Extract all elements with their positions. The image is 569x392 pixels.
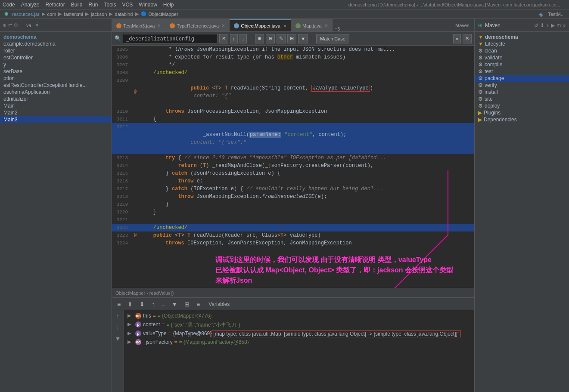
maven-site[interactable]: ⚙ site	[475, 96, 569, 102]
bottom-btn-up2[interactable]: ↑	[150, 300, 156, 309]
breadcrumb-jackson[interactable]: jackson	[91, 12, 107, 17]
tree-item-11[interactable]: Main2	[0, 109, 112, 116]
maven-m-btn[interactable]: m	[557, 22, 561, 28]
maven-package[interactable]: ⚙ package	[475, 75, 569, 82]
tree-item-1[interactable]: roller	[0, 47, 112, 54]
tree-item-12[interactable]: Main3	[0, 116, 112, 123]
tab-close-testmain3[interactable]: ✕	[157, 23, 161, 28]
tab-objectmapper[interactable]: ObjectMapper.java ✕	[230, 19, 291, 31]
maven-deploy[interactable]: ⚙ deploy	[475, 102, 569, 109]
bottom-btn-filter[interactable]: ▼	[170, 300, 179, 309]
breadcrumb-com[interactable]: com	[47, 12, 56, 17]
breadcrumb-objectmapper[interactable]: ObjectMapper	[149, 12, 178, 17]
maven-extra-btn[interactable]: »	[563, 22, 566, 28]
debug-down-btn[interactable]: ↓	[115, 323, 120, 332]
search-close-btn[interactable]: »	[453, 34, 461, 43]
var-expand-valuetype[interactable]: ▶	[127, 330, 134, 336]
search-filter-btn[interactable]: ▼	[298, 34, 308, 43]
tree-item-6[interactable]: estRestControllerExceptionHandle...	[0, 82, 112, 89]
var-expand-content[interactable]: ▶	[127, 321, 134, 327]
menu-analyze[interactable]: Analyze	[21, 2, 40, 8]
code-editor[interactable]: 3205 * throws JsonMappingException if th…	[112, 46, 474, 288]
left-top-close[interactable]: ✕	[35, 22, 39, 28]
tree-item-8[interactable]: oschemaApplication	[0, 89, 112, 96]
bottom-btn-up1[interactable]: ⬆	[126, 300, 134, 309]
tab-extra[interactable]: ≡6	[333, 27, 342, 31]
search-btn2[interactable]: ⊖	[266, 34, 275, 43]
tab-close-typereference[interactable]: ✕	[221, 23, 225, 28]
maven-download-btn[interactable]: ⬇	[540, 22, 544, 28]
line-marker-3218	[131, 193, 139, 201]
menu-run[interactable]: Run	[88, 2, 98, 8]
tab-close-objectmapper[interactable]: ✕	[283, 24, 286, 28]
tree-item-4[interactable]: serBase	[0, 68, 112, 75]
code-line-3217: 3217 } catch (IOException e) { // should…	[112, 185, 474, 193]
match-case-btn[interactable]: Match Case	[316, 34, 349, 43]
bottom-btn-list[interactable]: ≡	[195, 300, 202, 309]
debug-filter-btn[interactable]: ▼	[114, 334, 122, 343]
tab-icon-map	[295, 23, 301, 28]
line-num-3215: 3215	[112, 170, 131, 177]
bottom-panel: ≡ ⬆ ⬇ ↑ ↓ ▼ ⊞ ≡ Variables ↑ ↓ ▼	[112, 297, 474, 392]
menu-tools[interactable]: Tools	[104, 2, 116, 8]
maven-play-btn[interactable]: ▶	[551, 22, 555, 28]
maven-site-label: site	[485, 96, 493, 102]
line-marker-3216	[131, 177, 139, 185]
menu-build[interactable]: Build	[71, 2, 83, 8]
breadcrumb-databind[interactable]: databind	[115, 12, 133, 17]
maven-refresh-btn[interactable]: ↺	[534, 22, 538, 28]
maven-test[interactable]: ⚙ test	[475, 68, 569, 75]
tree-item-project[interactable]: demoschema	[0, 34, 112, 40]
center-panel: TestMain3.java ✕ TypeReference.java ✕ Ob…	[112, 19, 474, 392]
tab-map[interactable]: Map.java ✕	[291, 19, 333, 31]
search-btn1[interactable]: ⊕	[255, 34, 264, 43]
tab-typereference[interactable]: TypeReference.java ✕	[165, 19, 230, 31]
var-expand-this[interactable]: ▶	[127, 313, 134, 318]
bottom-btn-down2[interactable]: ↓	[160, 300, 166, 309]
search-prev-btn[interactable]: ↑	[230, 34, 238, 43]
search-clear-btn[interactable]: ✕	[219, 34, 228, 43]
maven-verify[interactable]: ⚙ verify	[475, 82, 569, 89]
debug-up-btn[interactable]: ↑	[115, 312, 120, 321]
tree-item-9[interactable]: etInitializer	[0, 96, 112, 102]
tree-item-0[interactable]: example.demoschema	[0, 40, 112, 47]
search-btn4[interactable]: ⊞	[287, 34, 296, 43]
bottom-btn-table[interactable]: ⊞	[183, 300, 191, 309]
bottom-btn-down1[interactable]: ⬇	[138, 300, 146, 309]
annotation-line1: 调试到这里的时候，我们可以发现 由于没有清晰说明 类型，valueType	[215, 255, 453, 265]
sep1: ▶	[42, 11, 45, 17]
menu-refactor[interactable]: Refactor	[45, 2, 65, 8]
maven-compile[interactable]: ⚙ compile	[475, 61, 569, 68]
maven-plugins[interactable]: ▶ Plugins	[475, 109, 569, 116]
maven-root[interactable]: ▼ demoschema	[475, 34, 569, 40]
maven-add-btn[interactable]: +	[546, 22, 549, 28]
var-expand-jsonfactory[interactable]: ▶	[127, 339, 134, 345]
maven-install[interactable]: ⚙ install	[475, 89, 569, 96]
tab-maven[interactable]: Maven	[451, 19, 474, 31]
var-eq-this: =	[153, 313, 156, 319]
menu-window[interactable]: Window	[139, 2, 157, 8]
search-extra-btn[interactable]: ✕	[463, 34, 472, 43]
maven-dependencies[interactable]: ▶ Dependencies	[475, 116, 569, 123]
line-content-3219: }	[139, 201, 474, 208]
tab-close-map[interactable]: ✕	[324, 23, 328, 28]
menu-help[interactable]: Help	[163, 2, 174, 8]
tree-item-5[interactable]: ption	[0, 75, 112, 82]
breadcrumb-fasterxml[interactable]: fasterxml	[64, 12, 83, 17]
search-input[interactable]	[123, 34, 218, 43]
maven-clean[interactable]: ⚙ clean	[475, 47, 569, 54]
bottom-btn-menu[interactable]: ≡	[115, 300, 122, 309]
menu-vcs[interactable]: VCS	[122, 2, 133, 8]
search-btn3[interactable]: ✎	[277, 34, 286, 43]
breadcrumb-class[interactable]: 🔵	[141, 11, 147, 17]
tab-testmain3[interactable]: TestMain3.java ✕	[112, 19, 165, 31]
tree-item-2[interactable]: estController	[0, 54, 112, 61]
search-next-btn[interactable]: ↓	[239, 34, 247, 43]
menu-code[interactable]: Code	[3, 2, 15, 8]
maven-validate[interactable]: ⚙ validate	[475, 54, 569, 61]
tree-item-3[interactable]: y	[0, 61, 112, 68]
top-right-icon1[interactable]: ◈	[539, 11, 544, 18]
maven-lifecycle[interactable]: ▼ Lifecycle	[475, 40, 569, 47]
tree-item-10[interactable]: Main	[0, 102, 112, 109]
breadcrumb-resources[interactable]: resources.jar	[12, 12, 40, 17]
